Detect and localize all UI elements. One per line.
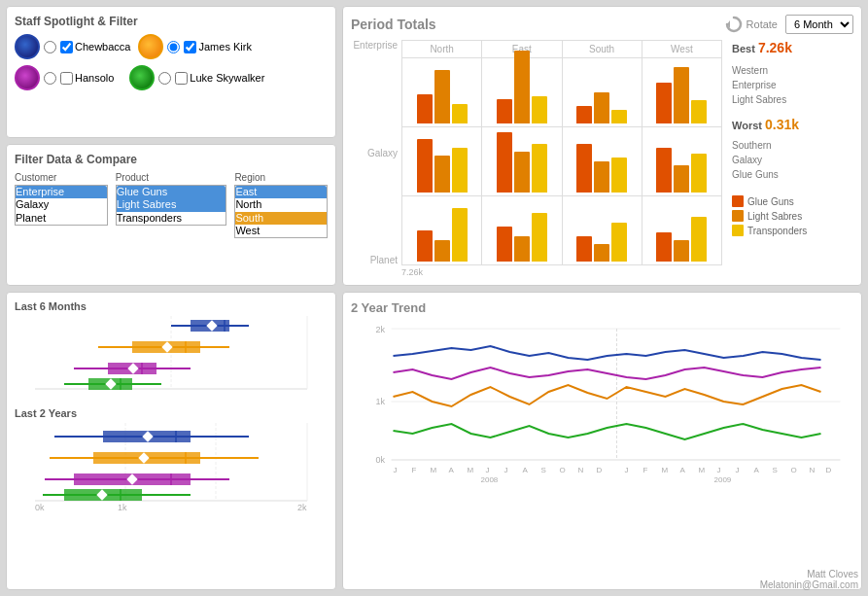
radio-hansolo[interactable] — [44, 72, 56, 85]
svg-text:A: A — [754, 466, 760, 474]
period-header: Period Totals Rotate 6 Month 3 Month 1 M… — [351, 15, 853, 34]
checkbox-james-kirk[interactable] — [184, 41, 196, 53]
svg-text:S: S — [541, 466, 546, 474]
legend-label-light: Light Sabres — [747, 211, 802, 222]
svg-text:F: F — [643, 466, 648, 474]
svg-text:D: D — [826, 466, 832, 474]
svg-text:J: J — [486, 466, 490, 474]
label-luke: Luke Skywalker — [190, 72, 264, 84]
chart-row-enterprise — [402, 58, 721, 127]
bar-ent-north-glue — [417, 94, 433, 123]
bottom-value: 7.26k — [401, 267, 853, 277]
customer-listbox[interactable]: Enterprise Galaxy Planet — [16, 186, 107, 225]
svg-text:2k: 2k — [376, 325, 386, 334]
avatar-james-kirk — [138, 34, 163, 59]
col-header-north: North — [402, 41, 481, 57]
rotate-icon — [725, 16, 743, 33]
trend-panel: 2 Year Trend 2k 1k 0k J F M A M J — [342, 292, 862, 590]
y-label-enterprise: Enterprise — [351, 40, 398, 51]
svg-text:A: A — [449, 466, 455, 474]
svg-text:1k: 1k — [118, 503, 127, 510]
legend-color-light — [732, 210, 744, 222]
bar-gal-west-light — [674, 165, 689, 193]
best-value: 7.26k — [758, 40, 792, 55]
last2years-section: Last 2 Years — [15, 407, 328, 512]
svg-text:A: A — [680, 466, 686, 474]
last2years-chart: 0k 1k 2k — [15, 423, 328, 510]
bar-pla-west-glue — [656, 232, 672, 262]
author-name: Matt Cloves — [760, 569, 858, 579]
svg-text:J: J — [504, 466, 508, 474]
worst-detail-2: Galaxy — [732, 153, 835, 167]
bar-ent-west-trans — [691, 100, 707, 123]
bar-gal-east-trans — [532, 144, 547, 193]
filter-customer: Customer Enterprise Galaxy Planet — [15, 172, 108, 238]
bar-pla-east-trans — [532, 213, 547, 262]
bar-ent-south-glue — [576, 106, 592, 123]
bar-pla-north-light — [434, 240, 450, 262]
worst-detail-1: Southern — [732, 138, 835, 153]
product-listbox[interactable]: Glue Guns Light Sabres Transponders — [117, 186, 226, 225]
svg-text:2k: 2k — [297, 503, 307, 510]
svg-text:M: M — [699, 466, 706, 474]
bar-pla-south-trans — [611, 223, 627, 262]
svg-text:A: A — [523, 466, 529, 474]
col-header-south: South — [562, 41, 642, 57]
avatar-hansolo — [15, 65, 40, 90]
worst-detail-3: Glue Guns — [732, 167, 835, 182]
bar-ent-east-light — [514, 51, 530, 123]
bar-pla-west-light — [674, 240, 689, 262]
radio-james-kirk[interactable] — [167, 41, 180, 53]
svg-text:J: J — [717, 466, 721, 474]
checkbox-luke[interactable] — [175, 72, 188, 85]
rotate-button[interactable]: Rotate — [725, 16, 778, 33]
bar-gal-south-light — [594, 161, 609, 193]
rotate-label: Rotate — [746, 18, 778, 30]
avatar-luke — [129, 65, 155, 90]
svg-text:M: M — [468, 466, 474, 474]
bar-gal-north-trans — [452, 148, 468, 193]
label-chewbacca: Chewbacca — [75, 41, 130, 53]
radio-chewbacca[interactable] — [44, 41, 56, 53]
svg-text:1k: 1k — [376, 397, 386, 406]
svg-text:1k: 1k — [297, 393, 307, 394]
col-header-west: West — [642, 41, 721, 57]
last6months-chart: 0k 1k — [15, 316, 328, 394]
svg-text:M: M — [662, 466, 669, 474]
legend-color-trans — [732, 225, 744, 236]
bar-ent-south-trans — [611, 110, 627, 123]
bar-pla-west-trans — [691, 217, 707, 262]
svg-text:O: O — [560, 466, 566, 474]
svg-text:F: F — [412, 466, 417, 474]
bar-gal-east-light — [514, 152, 530, 193]
filter-panel: Filter Data & Compare Customer Enterpris… — [6, 144, 336, 286]
checkbox-chewbacca[interactable] — [60, 41, 73, 53]
radio-luke[interactable] — [158, 72, 171, 85]
bar-gal-west-trans — [691, 154, 707, 193]
bar-gal-east-glue — [497, 132, 512, 193]
region-listbox[interactable]: East North South West — [235, 186, 327, 237]
trend-chart: 2k 1k 0k J F M A M J J A S — [351, 319, 853, 484]
bar-pla-east-glue — [497, 227, 512, 262]
svg-text:N: N — [810, 466, 816, 474]
bar-ent-east-trans — [532, 96, 547, 123]
bar-ent-north-light — [434, 70, 450, 123]
bar-pla-north-glue — [417, 230, 433, 262]
month-select[interactable]: 6 Month 3 Month 1 Month 1 Year — [785, 15, 853, 34]
bar-ent-south-light — [594, 92, 609, 123]
checkbox-hansolo[interactable] — [60, 72, 73, 85]
filter-region-label: Region — [234, 172, 328, 183]
svg-text:J: J — [625, 466, 629, 474]
last2years-title: Last 2 Years — [15, 407, 328, 419]
svg-text:N: N — [578, 466, 584, 474]
bar-pla-south-light — [594, 244, 609, 262]
best-detail-2: Enterprise — [732, 78, 835, 92]
bar-pla-north-trans — [452, 208, 468, 262]
staff-title: Staff Spotlight & Filter — [15, 15, 328, 28]
best-label: Best — [732, 43, 758, 54]
author-email: Melatonin@Gmail.com — [760, 579, 858, 590]
y-label-planet: Planet — [351, 255, 398, 265]
best-detail-3: Light Sabres — [732, 92, 835, 107]
bar-pla-east-light — [514, 236, 530, 262]
filter-customer-label: Customer — [15, 172, 108, 183]
